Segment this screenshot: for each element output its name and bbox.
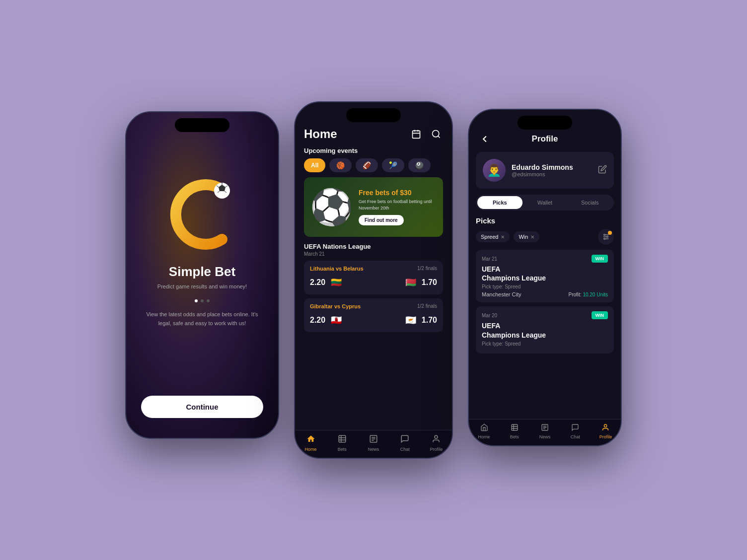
league-date: March 21 (304, 251, 443, 257)
promo-text: Free bets of $30 Get Free bets on footba… (354, 189, 443, 225)
profile-avatar: 👨‍🦱 (483, 159, 506, 182)
odd1-value-2: 2.20 (310, 316, 325, 325)
match-teams-1: Lithuania vs Belarus (310, 266, 364, 272)
home-nav-icon (306, 434, 315, 446)
match-round-1: 1/2 finals (417, 266, 437, 272)
dot-1 (195, 299, 198, 302)
win-badge-2: WIN (592, 311, 608, 319)
splash-dots (195, 299, 210, 302)
pick-card-header-1: Mar 21 WIN (482, 255, 608, 263)
filter-all[interactable]: All (304, 158, 325, 172)
profile-screen: Profile 👨‍🦱 Eduardo Simmons @edsimmons P… (469, 110, 621, 445)
filter-spreed[interactable]: Spreed ✕ (476, 231, 510, 242)
match-card-2[interactable]: Gibraltar vs Cyprus 1/2 finals 2.20 🇬🇮 🇨… (304, 298, 443, 332)
picks-section-title: Picks (476, 216, 614, 225)
p-nav-profile[interactable]: Profile (591, 423, 621, 439)
find-out-more-button[interactable]: Find out more (359, 215, 404, 225)
calendar-icon[interactable] (409, 127, 423, 141)
profile-tabs: Picks Wallet Socials (476, 195, 614, 210)
league-title: UEFA Nations League (304, 243, 443, 250)
nav-home-label: Home (305, 447, 317, 452)
match-card-1[interactable]: Lithuania vs Belarus 1/2 finals 2.20 🇱🇹 … (304, 261, 443, 294)
phone-profile: Profile 👨‍🦱 Eduardo Simmons @edsimmons P… (468, 109, 622, 446)
profile-username: @edsimmons (512, 171, 592, 177)
svg-rect-7 (413, 131, 420, 138)
home-title: Home (304, 127, 337, 141)
pick-date-2: Mar 20 (482, 313, 497, 318)
pick-card-header-2: Mar 20 WIN (482, 311, 608, 319)
pick-card-2[interactable]: Mar 20 WIN UEFAChampions League Pick typ… (476, 306, 614, 353)
tab-picks[interactable]: Picks (477, 196, 523, 209)
nav-profile[interactable]: Profile (421, 434, 452, 452)
pick-type-1: Pick type: Spreed (482, 284, 608, 289)
filter-basketball[interactable]: 🏀 (329, 158, 352, 172)
filter-more[interactable]: 🎱 (408, 158, 431, 172)
nav-chat[interactable]: Chat (389, 434, 421, 452)
league-section: UEFA Nations League March 21 Lithuania v… (304, 243, 443, 332)
p-nav-news[interactable]: News (529, 423, 560, 439)
svg-point-11 (433, 131, 439, 137)
p-nav-chat[interactable]: Chat (560, 423, 591, 439)
pick-date-1: Mar 21 (482, 256, 497, 262)
filter-dot-indicator (608, 231, 612, 235)
match-odds-1: 2.20 🇱🇹 🇧🇾 1.70 (310, 276, 437, 289)
win-badge-1: WIN (592, 255, 608, 263)
filter-win[interactable]: Win ✕ (514, 231, 539, 242)
match-round-2: 1/2 finals (417, 303, 437, 309)
promo-title: Free bets of $30 (359, 189, 438, 197)
odd1-value-1: 2.20 (310, 278, 325, 287)
p-chat-icon (571, 423, 579, 433)
nav-home[interactable]: Home (295, 434, 326, 452)
p-nav-home[interactable]: Home (469, 423, 499, 439)
splash-logo (162, 175, 242, 254)
nav-news-label: News (368, 447, 379, 452)
nav-bets[interactable]: Bets (326, 434, 358, 452)
nav-bets-label: Bets (338, 447, 347, 452)
svg-point-36 (604, 424, 607, 427)
pick-league-2: UEFAChampions League (482, 321, 608, 339)
phone-notch-2 (346, 108, 401, 122)
search-icon[interactable] (429, 127, 443, 141)
splash-subtitle: Predict game results and win money! (143, 283, 262, 289)
picks-section: Picks Spreed ✕ Win ✕ Mar 21 (469, 216, 621, 419)
splash-screen: Simple Bet Predict game results and win … (126, 112, 278, 438)
nav-chat-label: Chat (400, 447, 410, 452)
profile-name: Eduardo Simmons (512, 163, 592, 171)
pick-card-1[interactable]: Mar 21 WIN UEFAChampions League Pick typ… (476, 250, 614, 302)
promo-description: Get Free bets on football betting until … (359, 199, 438, 211)
match-teams-2: Gibraltar vs Cyprus (310, 303, 361, 309)
dot-2 (201, 299, 204, 302)
nav-profile-label: Profile (430, 447, 443, 452)
svg-rect-28 (512, 424, 518, 430)
tab-socials[interactable]: Socials (567, 196, 612, 209)
nav-news[interactable]: News (358, 434, 389, 452)
filter-football[interactable]: 🏈 (356, 158, 378, 172)
continue-button[interactable]: Continue (141, 396, 263, 418)
filter-settings-button[interactable] (598, 229, 614, 245)
match-header-2: Gibraltar vs Cyprus 1/2 finals (310, 303, 437, 309)
back-button[interactable] (478, 132, 492, 146)
p-nav-bets[interactable]: Bets (499, 423, 529, 439)
p-nav-news-label: News (539, 434, 551, 439)
splash-description: View the latest odds and place bets onli… (126, 310, 278, 328)
phone-splash: Simple Bet Predict game results and win … (125, 111, 279, 439)
splash-logo-area: Simple Bet Predict game results and win … (126, 112, 278, 396)
flag1-1: 🇱🇹 (329, 276, 343, 289)
p-bets-icon (511, 423, 519, 433)
odd2-value-1: 1.70 (422, 278, 437, 287)
filter-tennis[interactable]: 🎾 (382, 158, 404, 172)
flag1-2: 🇬🇮 (329, 313, 343, 327)
svg-point-26 (606, 236, 608, 238)
picks-filters: Spreed ✕ Win ✕ (476, 229, 614, 245)
splash-bottom: Continue (126, 396, 278, 438)
svg-rect-13 (339, 435, 346, 442)
upcoming-label: Upcoming events (295, 145, 452, 158)
chat-nav-icon (400, 434, 409, 446)
promo-banner: ⚽ Free bets of $30 Get Free bets on foot… (304, 177, 443, 237)
tab-wallet[interactable]: Wallet (523, 196, 568, 209)
filter-spreed-remove[interactable]: ✕ (501, 234, 505, 240)
edit-icon[interactable] (598, 165, 607, 176)
filter-win-label: Win (519, 234, 528, 240)
p-nav-home-label: Home (478, 434, 490, 439)
filter-win-remove[interactable]: ✕ (530, 234, 534, 240)
